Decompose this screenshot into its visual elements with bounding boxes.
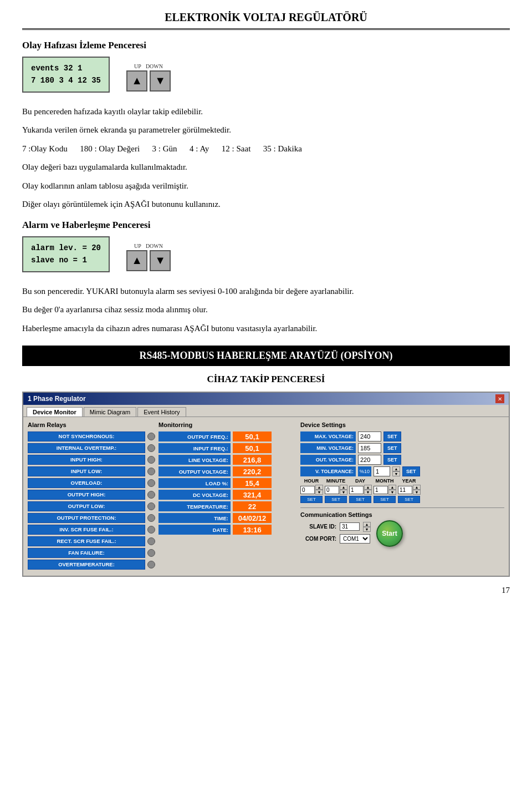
section2-text1: Bu son penceredir. YUKARI butonuyla alar… xyxy=(22,285,510,299)
monitor-label-date: DATE: xyxy=(158,525,231,535)
tab-device-monitor[interactable]: Device Monitor xyxy=(27,407,83,417)
setting-set-btn-max-voltage[interactable]: SET xyxy=(383,431,401,441)
datetime-set-buttons[interactable]: SET SET SET SET SET xyxy=(300,496,504,503)
relay-indicator-output-protection xyxy=(147,514,155,522)
dt-spin-minute-down[interactable]: ▼ xyxy=(340,490,347,495)
device-settings-column: Device Settings MAX. VOLTAGE: SET MIN. V… xyxy=(300,422,504,571)
dt-spinner-month[interactable]: ▲ ▼ xyxy=(388,485,396,495)
monitor-label-output-voltage: OUTPUT VOLTAGE: xyxy=(158,466,231,476)
dt-input-day[interactable] xyxy=(349,486,364,494)
dt-spin-hour-up[interactable]: ▲ xyxy=(315,485,323,490)
setting-input-out-voltage[interactable] xyxy=(358,455,381,465)
dt-spin-day-up[interactable]: ▲ xyxy=(364,485,372,490)
page-number: 17 xyxy=(22,586,510,595)
tolerance-set-btn[interactable]: SET xyxy=(402,466,420,476)
dt-set-btn-day[interactable]: SET xyxy=(349,496,371,503)
dt-spinner-hour[interactable]: ▲ ▼ xyxy=(315,485,323,495)
section1-heading: Olay Hafızası İzleme Penceresi xyxy=(22,40,510,51)
dt-spinner-day[interactable]: ▲ ▼ xyxy=(364,485,372,495)
comm-slave-spin-down[interactable]: ▼ xyxy=(363,527,371,532)
dt-spin-day-down[interactable]: ▼ xyxy=(364,490,372,495)
up-button[interactable]: ▲ xyxy=(126,70,147,92)
dt-spin-hour-down[interactable]: ▼ xyxy=(315,490,323,495)
setting-set-btn-min-voltage[interactable]: SET xyxy=(383,443,401,453)
dt-spinner-year[interactable]: ▲ ▼ xyxy=(413,485,421,495)
monitor-value-time: 04/02/12 xyxy=(233,513,272,523)
alarm-up-button[interactable]: ▲ xyxy=(126,250,147,271)
comm-slave-spinner[interactable]: ▲ ▼ xyxy=(363,522,371,532)
relay-btn-output-high[interactable]: OUTPUT HIGH: xyxy=(28,490,145,500)
dt-input-hour[interactable] xyxy=(300,486,315,494)
relay-indicator-not-synchronous xyxy=(147,433,155,440)
comm-port-select[interactable]: COM1 COM2 COM3 xyxy=(340,534,370,544)
relay-btn-input-high[interactable]: INPUT HIGH: xyxy=(28,455,145,465)
dt-input-month[interactable] xyxy=(374,486,388,494)
window-tabs[interactable]: Device Monitor Mimic Diagram Event Histo… xyxy=(23,405,509,417)
relay-btn-overtemperature[interactable]: OVERTEMPERATURE: xyxy=(28,560,145,570)
dt-spin-minute-up[interactable]: ▲ xyxy=(340,485,347,490)
setting-input-min-voltage[interactable] xyxy=(358,443,381,453)
relay-btn-not-synchronous[interactable]: NOT SYNCHRONOUS: xyxy=(28,431,145,441)
tolerance-row: V. TOLERANCE: %10 ▲ ▼ SET xyxy=(300,466,504,476)
tolerance-spinner-btns[interactable]: ▲ ▼ xyxy=(392,466,400,476)
monitor-output-voltage: OUTPUT VOLTAGE: 220,2 xyxy=(158,466,297,476)
dt-input-year[interactable] xyxy=(398,486,412,494)
dt-set-btn-year[interactable]: SET xyxy=(398,496,420,503)
setting-input-max-voltage[interactable] xyxy=(358,431,381,441)
setting-out-voltage: OUT. VOLTAGE: SET xyxy=(300,455,504,465)
alarm-relays-column: Alarm Relays NOT SYNCHRONOUS: INTERNAL O… xyxy=(28,422,155,571)
relay-btn-fan-failure[interactable]: FAN FAILURE: xyxy=(28,548,145,558)
dt-spinner-minute[interactable]: ▲ ▼ xyxy=(340,485,347,495)
alarm-up-down-buttons[interactable]: ▲ ▼ xyxy=(126,250,171,271)
down-button[interactable]: ▼ xyxy=(150,70,171,92)
rs485-heading: RS485-MODBUS HABERLEŞME ARAYÜZÜ (OPSİYON… xyxy=(22,346,510,366)
tolerance-pct: %10 xyxy=(358,466,371,476)
dt-set-btn-hour[interactable]: SET xyxy=(300,496,323,503)
tolerance-spin-down[interactable]: ▼ xyxy=(392,471,400,476)
section1-text3: Olay değeri bazı uygulamalarda kullanılm… xyxy=(22,160,510,175)
relay-row-fan-failure: FAN FAILURE: xyxy=(28,548,155,558)
monitor-temperature: TEMPERATURE: 22 xyxy=(158,501,297,511)
comm-slave-id-input[interactable] xyxy=(340,522,360,531)
dt-input-month-cell: ▲ ▼ xyxy=(374,485,396,495)
dt-spin-year-down[interactable]: ▼ xyxy=(413,490,421,495)
dt-input-minute[interactable] xyxy=(325,486,339,494)
monitor-label-load-pct: LOAD %: xyxy=(158,478,231,488)
up-down-buttons[interactable]: ▲ ▼ xyxy=(126,70,171,92)
relay-btn-input-low[interactable]: INPUT LOW: xyxy=(28,466,145,476)
section2-text3: Haberleşme amacıyla da cihazın adres num… xyxy=(22,322,510,336)
tolerance-spinner-input[interactable] xyxy=(374,466,390,476)
dt-set-btn-month[interactable]: SET xyxy=(374,496,396,503)
relay-btn-overload[interactable]: OVERLOAD: xyxy=(28,478,145,488)
relay-indicator-rect-scr xyxy=(147,537,155,545)
cihaz-heading: CİHAZ TAKİP PENCERESİ xyxy=(22,374,510,385)
tab-event-history[interactable]: Event History xyxy=(137,407,186,417)
tab-mimic-diagram[interactable]: Mimic Diagram xyxy=(84,407,136,417)
comm-slave-spin-up[interactable]: ▲ xyxy=(363,522,371,527)
setting-set-btn-out-voltage[interactable]: SET xyxy=(383,455,401,465)
dt-spin-year-up[interactable]: ▲ xyxy=(413,485,421,490)
communication-settings: Communication Settings SLAVE ID: ▲ ▼ xyxy=(300,507,504,547)
start-button[interactable]: Start xyxy=(376,520,403,547)
datetime-headers: HOUR MINUTE DAY MONTH YEAR xyxy=(300,478,504,484)
relay-btn-rect-scr[interactable]: RECT. SCR FUSE FAIL.: xyxy=(28,536,145,546)
relay-row-rect-scr: RECT. SCR FUSE FAIL.: xyxy=(28,536,155,546)
page-title: ELEKTRONİK VOLTAJ REGÜLATÖRÜ xyxy=(22,11,510,30)
relay-indicator-internal-overtemp xyxy=(147,444,155,452)
relay-btn-output-protection[interactable]: OUTPUT PROTECTION: xyxy=(28,513,145,523)
window-close-button[interactable]: ✕ xyxy=(495,394,504,403)
comm-port-row: COM PORT: COM1 COM2 COM3 xyxy=(300,534,371,544)
relay-btn-inv-scr[interactable]: INV. SCR FUSE FAIL.: xyxy=(28,525,145,535)
dt-spin-month-down[interactable]: ▼ xyxy=(388,490,396,495)
alarm-down-button[interactable]: ▼ xyxy=(150,250,171,271)
alarm-code-box: alarm lev. = 20 slave no = 1 xyxy=(22,236,110,272)
alarm-relays-title: Alarm Relays xyxy=(28,422,155,428)
dt-spin-month-up[interactable]: ▲ xyxy=(388,485,396,490)
tolerance-spin-up[interactable]: ▲ xyxy=(392,466,400,471)
monitor-date: DATE: 13:16 xyxy=(158,525,297,535)
comm-settings-title: Communication Settings xyxy=(300,511,504,518)
relay-btn-output-low[interactable]: OUTPUT LOW: xyxy=(28,501,145,511)
relay-btn-internal-overtemp[interactable]: INTERNAL OVERTEMP.: xyxy=(28,443,145,453)
dt-header-day: DAY xyxy=(349,478,371,484)
dt-set-btn-minute[interactable]: SET xyxy=(325,496,347,503)
